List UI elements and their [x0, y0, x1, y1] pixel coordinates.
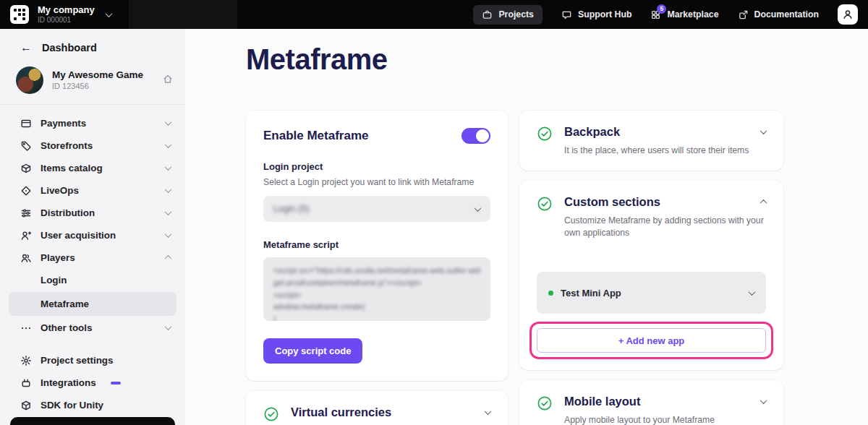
briefcase-icon	[482, 9, 493, 20]
sidebar-item-label: Login	[41, 275, 67, 286]
back-to-dashboard[interactable]: ← Dashboard	[0, 36, 185, 59]
nav-support-hub[interactable]: Support Hub	[561, 9, 631, 20]
sidebar-item-items-catalog[interactable]: Items catalog	[0, 157, 185, 179]
sidebar-item-label: Payments	[41, 118, 86, 129]
virtual-currencies-title: Virtual currencies	[291, 405, 391, 419]
sidebar-item-label: Project settings	[41, 355, 113, 366]
cube-icon	[20, 400, 32, 411]
user-avatar-button[interactable]	[838, 4, 858, 25]
marketplace-badge: 5	[657, 4, 666, 14]
sidebar-item-metaframe[interactable]: Metaframe	[9, 292, 176, 316]
custom-sections-card: Custom sections Customize Metaframe by a…	[519, 181, 783, 370]
sidebar-item-login[interactable]: Login	[0, 269, 185, 291]
back-arrow-icon: ←	[20, 42, 32, 53]
sidebar-item-label: Distribution	[41, 207, 95, 218]
company-logo-icon	[10, 5, 29, 24]
chevron-down-icon[interactable]	[760, 127, 767, 134]
login-project-label: Login project	[263, 161, 490, 172]
sidebar-item-label: User acquisition	[41, 230, 116, 241]
page-title: Metaframe	[246, 43, 388, 76]
people-icon	[20, 252, 32, 264]
chat-icon	[561, 9, 572, 20]
sidebar-item-distribution[interactable]: Distribution	[0, 202, 185, 224]
credit-card-icon	[20, 118, 32, 129]
sidebar-item-integrations[interactable]: Integrations	[0, 372, 185, 394]
add-new-app-button[interactable]: + Add new app	[537, 328, 766, 353]
sidebar-item-label: SDK for Unity	[41, 400, 103, 411]
enable-metaframe-toggle[interactable]	[461, 128, 490, 144]
main-content: Metaframe Enable Metaframe Login project…	[185, 29, 868, 425]
tag-icon	[20, 140, 32, 152]
sidebar-item-storefronts[interactable]: Storefronts	[0, 134, 185, 157]
company-selector[interactable]: My company ID 000001	[10, 0, 237, 29]
sidebar-spacer	[0, 339, 185, 349]
nav-marketplace[interactable]: 5 Marketplace	[650, 9, 718, 20]
metaframe-script-code: <script src="https://cdn.xsolla.net/meta…	[273, 265, 480, 321]
mobile-layout-description: Apply mobile layout to your Metaframe	[564, 414, 766, 425]
mobile-layout-title: Mobile layout	[564, 395, 640, 408]
gear-icon	[20, 355, 32, 366]
diamond-icon	[20, 185, 32, 197]
sidebar-item-payments[interactable]: Payments	[0, 112, 185, 134]
chevron-up-icon[interactable]	[760, 199, 767, 207]
chevron-down-icon	[105, 10, 112, 17]
chevron-down-icon[interactable]	[485, 408, 492, 415]
plug-icon	[20, 377, 32, 389]
nav-projects[interactable]: Projects	[473, 5, 542, 25]
chevron-down-icon	[165, 141, 172, 148]
sidebar-item-project-settings[interactable]: Project settings	[0, 349, 185, 372]
company-info: My company ID 000001	[38, 5, 95, 24]
custom-sections-description: Customize Metaframe by adding sections w…	[564, 215, 766, 240]
sidebar-item-label: Other tools	[41, 322, 92, 333]
project-selector[interactable]: My Awesome Game ID 123456	[0, 59, 185, 103]
enable-metaframe-card: Enable Metaframe Login project Select a …	[246, 111, 508, 381]
login-project-select[interactable]: Login (5)	[263, 196, 490, 222]
check-circle-icon	[537, 126, 553, 145]
company-id: ID 000001	[38, 16, 95, 25]
topbar: My company ID 000001 Projects Support Hu…	[0, 0, 868, 29]
topbar-nav: Projects Support Hub 5 Marketplace Docum…	[473, 4, 858, 25]
sidebar-item-other-tools[interactable]: Other tools	[0, 317, 185, 339]
mini-app-name: Test Mini App	[561, 288, 621, 299]
sidebar-item-liveops[interactable]: LiveOps	[0, 179, 185, 202]
home-icon[interactable]	[162, 73, 174, 87]
sidebar-divider	[0, 104, 185, 105]
mobile-layout-card: Mobile layout Apply mobile layout to you…	[519, 380, 783, 425]
ellipsis-icon	[20, 322, 32, 334]
chevron-down-icon	[165, 231, 172, 238]
chevron-down-icon[interactable]	[760, 397, 767, 404]
sidebar-item-user-acquisition[interactable]: User acquisition	[0, 224, 185, 246]
backpack-title: Backpack	[564, 125, 620, 139]
person-plus-icon	[20, 230, 32, 241]
login-project-value: Login (5)	[273, 204, 309, 214]
chevron-up-icon	[165, 255, 172, 262]
backpack-card: Backpack It is the place, where users wi…	[519, 111, 783, 171]
project-info: My Awesome Game ID 123456	[52, 69, 143, 92]
project-name: My Awesome Game	[52, 69, 143, 82]
chevron-down-icon	[749, 288, 756, 296]
sidebar-item-players[interactable]: Players	[0, 246, 185, 269]
chevron-down-icon	[165, 323, 172, 330]
copy-script-button[interactable]: Copy script code	[263, 338, 362, 364]
sidebar-item-label: Players	[41, 252, 75, 263]
login-project-hint: Select a Login project you want to link …	[263, 176, 490, 189]
chevron-down-icon	[165, 163, 172, 171]
sidebar-item-label: Storefronts	[41, 140, 93, 151]
sidebar-item-label: Metaframe	[41, 299, 89, 309]
sidebar-item-sdk-unity[interactable]: SDK for Unity	[0, 394, 185, 416]
mini-app-select[interactable]: Test Mini App	[537, 272, 766, 314]
sidebar-item-label: Items catalog	[41, 163, 103, 173]
external-link-icon	[738, 9, 749, 20]
whats-new-banner[interactable]: How's new navigation?	[10, 417, 175, 425]
beta-badge	[111, 382, 121, 385]
nav-projects-label: Projects	[498, 9, 534, 20]
project-id: ID 123456	[52, 82, 143, 92]
enable-card-title: Enable Metaframe	[263, 129, 369, 143]
chevron-down-icon	[165, 119, 172, 126]
sliders-icon	[20, 207, 32, 219]
sidebar-item-label: Integrations	[41, 377, 96, 388]
check-circle-icon	[263, 406, 279, 425]
app-root: My company ID 000001 Projects Support Hu…	[0, 0, 868, 425]
nav-documentation[interactable]: Documentation	[738, 9, 820, 20]
left-column: Enable Metaframe Login project Select a …	[246, 111, 508, 425]
